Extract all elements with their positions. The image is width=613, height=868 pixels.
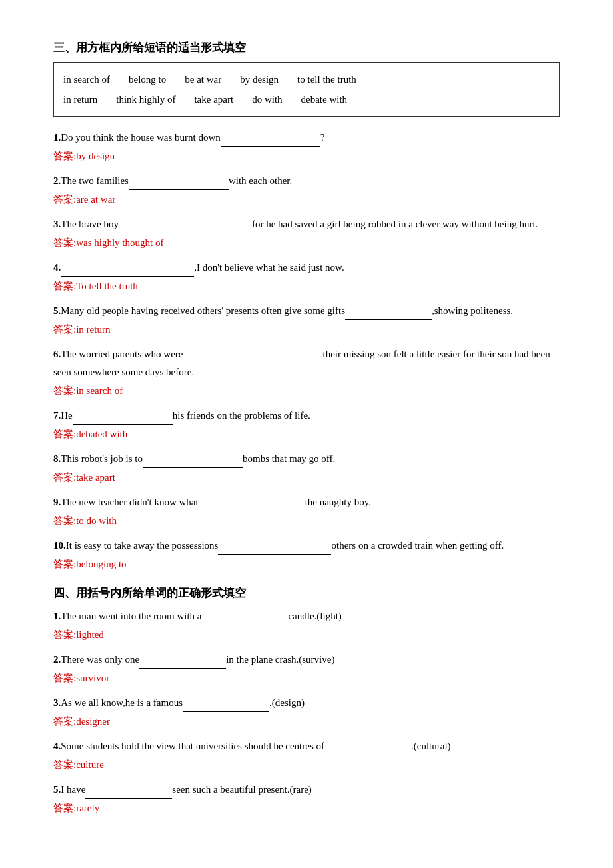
question-block-5: 5.Many old people having received others…: [53, 302, 560, 339]
phrase-7: think highly of: [116, 89, 175, 109]
phrase-row-1: in search of belong to be at war by desi…: [63, 69, 550, 89]
q4-post-5: seen such a beautiful present.(rare): [172, 784, 311, 795]
q4-pre-3: As we all know,he is a famous: [61, 697, 183, 708]
q-pre-2: The two families: [61, 175, 129, 186]
phrase-9: do with: [252, 89, 282, 109]
q4-post-1: candle.(light): [288, 611, 341, 621]
q4-num-5: 5.: [53, 784, 61, 795]
blank-4: [61, 276, 194, 277]
section3-title: 三、用方框内所给短语的适当形式填空: [53, 40, 560, 55]
answer-4: 答案:To tell the truth: [53, 277, 560, 295]
q4-blank-4: [324, 755, 411, 755]
q-pre-10: It is easy to take away the possessions: [66, 540, 219, 551]
q4-post-4: .(cultural): [411, 741, 451, 751]
q-pre-6: The worried parents who were: [61, 349, 183, 359]
q-num-2: 2.: [53, 175, 61, 186]
q-num-6: 6.: [53, 349, 61, 359]
answer-3: 答案:was highly thought of: [53, 234, 560, 252]
q-num-10: 10.: [53, 540, 66, 551]
q4-pre-2: There was only one: [61, 654, 139, 665]
answer-9: 答案:to do with: [53, 512, 560, 530]
q-num-1: 1.: [53, 132, 61, 143]
q-num-9: 9.: [53, 497, 61, 507]
q4-answer-1: 答案:lighted: [53, 626, 560, 644]
answer-5: 答案:in return: [53, 321, 560, 339]
q-post-3: for he had saved a girl being robbed in …: [252, 219, 538, 229]
section4: 四、用括号内所给单词的正确形式填空 1.The man went into th…: [53, 585, 560, 817]
q4-block-4: 4.Some students hold the view that unive…: [53, 737, 560, 774]
blank-5: [345, 319, 432, 320]
q-num-7: 7.: [53, 410, 61, 421]
q-num-3: 3.: [53, 219, 61, 229]
q-pre-1: Do you think the house was burnt down: [61, 132, 221, 143]
q-post-5: ,showing politeness.: [432, 305, 513, 316]
q-post-7: his friends on the problems of life.: [173, 410, 310, 421]
phrase-2: belong to: [129, 69, 166, 89]
answer-1: 答案:by design: [53, 147, 560, 165]
q-pre-5: Many old people having received others' …: [61, 305, 345, 316]
q4-block-5: 5.I haveseen such a beautiful present.(r…: [53, 781, 560, 817]
phrase-6: in return: [63, 89, 97, 109]
phrase-3: be at war: [185, 69, 221, 89]
q-post-1: ?: [320, 132, 325, 143]
q4-post-3: .(design): [269, 697, 305, 708]
q4-answer-4: 答案:culture: [53, 756, 560, 774]
answer-6: 答案:in search of: [53, 382, 560, 400]
phrase-1: in search of: [63, 69, 110, 89]
phrase-5: to tell the truth: [297, 69, 356, 89]
q4-answer-2: 答案:survivor: [53, 669, 560, 687]
q4-pre-1: The man went into the room with a: [61, 611, 201, 621]
questions3-container: 1.Do you think the house was burnt down?…: [53, 129, 560, 573]
q-pre-9: The new teacher didn't know what: [61, 497, 198, 507]
question-block-3: 3.The brave boyfor he had saved a girl b…: [53, 215, 560, 252]
answer-10: 答案:belonging to: [53, 555, 560, 573]
section3: 三、用方框内所给短语的适当形式填空 in search of belong to…: [53, 40, 560, 573]
question-block-1: 1.Do you think the house was burnt down?…: [53, 129, 560, 165]
q4-block-3: 3.As we all know,he is a famous.(design)…: [53, 694, 560, 731]
q4-post-2: in the plane crash.(survive): [226, 654, 334, 665]
phrase-8: take apart: [194, 89, 233, 109]
q-pre-8: This robot's job is to: [61, 453, 143, 464]
question-block-8: 8.This robot's job is tobombs that may g…: [53, 450, 560, 487]
q-pre-7: He: [61, 410, 73, 421]
q-num-5: 5.: [53, 305, 61, 316]
blank-10: [218, 554, 331, 555]
question-block-10: 10.It is easy to take away the possessio…: [53, 537, 560, 573]
q-pre-3: The brave boy: [61, 219, 119, 229]
q-post-10: others on a crowded train when getting o…: [331, 540, 504, 551]
q-post-8: bombs that may go off.: [243, 453, 335, 464]
question-block-9: 9.The new teacher didn't know whatthe na…: [53, 493, 560, 530]
q-num-4: 4.: [53, 262, 61, 273]
answer-7: 答案:debated with: [53, 425, 560, 443]
q4-num-2: 2.: [53, 654, 61, 665]
q4-num-3: 3.: [53, 697, 61, 708]
q4-blank-5: [85, 798, 172, 799]
question-block-4: 4.,I don't believe what he said just now…: [53, 259, 560, 295]
q-post-2: with each other.: [229, 175, 292, 186]
question-block-6: 6.The worried parents who weretheir miss…: [53, 345, 560, 400]
blank-3: [119, 233, 252, 233]
q4-blank-2: [139, 668, 226, 669]
q4-pre-5: I have: [61, 784, 85, 795]
answer-8: 答案:take apart: [53, 469, 560, 487]
blank-6: [183, 363, 323, 363]
q4-blank-3: [183, 711, 269, 712]
q4-answer-3: 答案:designer: [53, 713, 560, 731]
question-block-7: 7.Hehis friends on the problems of life.…: [53, 407, 560, 443]
section4-title: 四、用括号内所给单词的正确形式填空: [53, 585, 560, 601]
blank-2: [129, 189, 229, 190]
q-num-8: 8.: [53, 453, 61, 464]
q4-block-1: 1.The man went into the room with acandl…: [53, 607, 560, 644]
q4-pre-4: Some students hold the view that univers…: [61, 741, 324, 751]
phrase-box: in search of belong to be at war by desi…: [53, 62, 560, 117]
q-post-4: ,I don't believe what he said just now.: [194, 262, 344, 273]
question-block-2: 2.The two familieswith each other.答案:are…: [53, 172, 560, 209]
phrase-10: debate with: [301, 89, 348, 109]
phrase-4: by design: [240, 69, 279, 89]
blank-7: [73, 424, 173, 425]
blank-1: [221, 146, 320, 147]
blank-8: [143, 467, 243, 468]
q4-block-2: 2.There was only onein the plane crash.(…: [53, 651, 560, 687]
blank-9: [199, 511, 305, 511]
q4-blank-1: [201, 625, 288, 625]
